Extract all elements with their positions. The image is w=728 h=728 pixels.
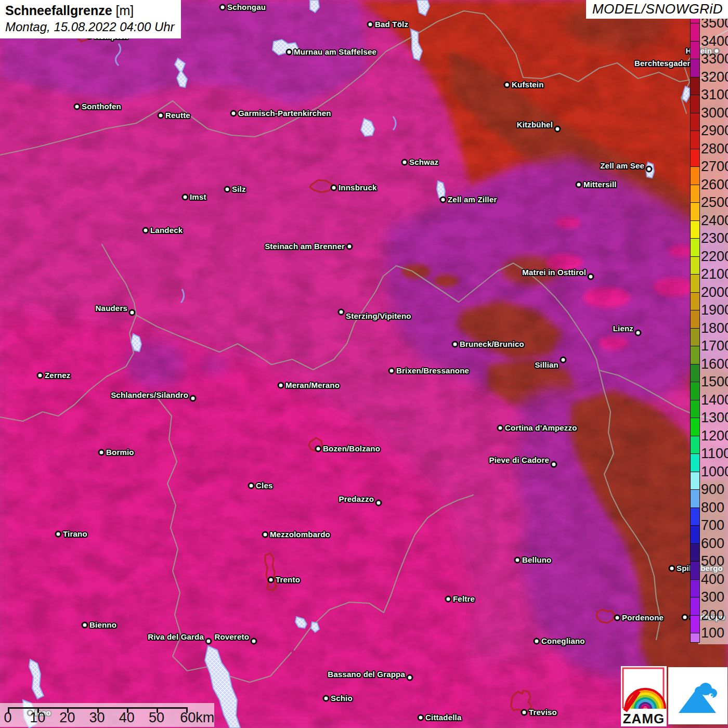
legend-cell <box>691 382 699 400</box>
legend-cell <box>691 418 699 436</box>
scale-bar-label: 60km <box>180 710 214 726</box>
city-dot <box>74 103 81 110</box>
model-label: MODEL/SNOWGRiD <box>586 0 728 19</box>
city-label: Treviso <box>529 708 557 717</box>
city-dot <box>367 21 374 28</box>
city-label: Rovereto <box>214 632 249 642</box>
scale-bar-label: 30 <box>89 710 105 726</box>
legend-cell <box>691 167 699 185</box>
city-label: Schio <box>331 694 353 703</box>
legend-tick-label: 1500 <box>701 374 728 389</box>
scale-bar-label: 10 <box>30 710 45 726</box>
legend-cell <box>691 490 699 508</box>
city-dot <box>98 449 105 456</box>
city-dot <box>551 461 557 468</box>
legend-bar <box>690 14 700 643</box>
legend-tick-label: 1700 <box>701 338 728 354</box>
city-dot <box>286 49 293 56</box>
legend-cell <box>691 131 699 149</box>
legend-tick-label: 2900 <box>701 123 728 138</box>
city-dot <box>588 274 594 280</box>
city-label: Pordenone <box>622 613 664 622</box>
city-label: Steinach am Brenner <box>265 242 345 251</box>
legend-cell <box>691 293 699 311</box>
city-layer: SchongauBad TölzKemptenMurnau am Staffel… <box>0 0 728 728</box>
legend-cell <box>691 310 699 329</box>
legend-cell <box>691 616 699 634</box>
city-dot <box>407 674 413 681</box>
legend-tick-label: 2400 <box>701 213 728 228</box>
legend-tick-label: 2300 <box>701 230 728 246</box>
legend-tick-label: 1300 <box>701 410 728 425</box>
city-label: Mezzolombardo <box>270 530 330 539</box>
title-text: Schneefallgrenze <box>5 3 112 18</box>
city-label: Garmisch-Partenkirchen <box>238 109 331 118</box>
city-label: Murnau am Staffelsee <box>294 47 376 57</box>
legend-cell <box>691 597 699 616</box>
city-dot <box>190 395 197 402</box>
city-dot <box>554 126 561 133</box>
snowfall-map-stage: SchongauBad TölzKemptenMurnau am Staffel… <box>0 0 728 728</box>
legend-cell <box>691 472 699 490</box>
city-label: Cortina d'Ampezzo <box>505 423 577 433</box>
city-dot <box>346 243 353 250</box>
city-label: Zell am See <box>600 161 644 171</box>
city-dot <box>82 622 88 629</box>
partner-logo <box>668 667 727 724</box>
title-unit: [m] <box>116 3 134 18</box>
zamg-logo-text: ZAMG <box>623 711 665 726</box>
city-dot <box>315 446 322 452</box>
legend-tick-label: 3300 <box>701 51 728 67</box>
city-label: Belluno <box>522 555 551 565</box>
city-label: Berchtesgaden <box>634 59 692 68</box>
scale-bar-label: 20 <box>59 710 75 726</box>
city-dot <box>560 357 567 363</box>
title-box: Schneefallgrenze [m] Montag, 15.08.2022 … <box>0 0 181 38</box>
city-dot <box>219 4 226 11</box>
city-dot <box>576 181 582 188</box>
legend-tick-label: 1400 <box>701 392 728 408</box>
legend-tick-label: 2700 <box>701 159 728 174</box>
city-dot <box>514 557 521 564</box>
city-label: Zernez <box>45 371 71 380</box>
city-dot <box>635 330 642 336</box>
legend-tick-label: 100 <box>701 625 728 641</box>
legend-tick-label: 1600 <box>701 356 728 372</box>
city-label: Sterzing/Vipiteno <box>346 311 411 321</box>
city-dot <box>669 565 675 572</box>
legend-cell <box>691 580 699 598</box>
city-label: Meran/Merano <box>285 381 340 390</box>
city-dot <box>646 166 653 173</box>
city-label: Riva del Garda <box>148 632 204 642</box>
city-label: Kitzbühel <box>517 120 553 129</box>
legend-tick-label: 700 <box>701 517 728 533</box>
city-dot <box>375 500 382 506</box>
legend-cell <box>691 239 699 257</box>
legend-tick-label: 3400 <box>701 33 728 49</box>
city-label: Reutte <box>165 111 190 120</box>
legend-tick-label: 2100 <box>701 266 728 282</box>
legend-cell <box>691 436 699 454</box>
city-dot <box>182 194 189 201</box>
city-label: Schongau <box>227 3 266 12</box>
legend-tick-label: 1100 <box>701 446 728 461</box>
city-dot <box>440 197 447 203</box>
legend-cell <box>691 149 699 167</box>
city-dot <box>129 309 136 316</box>
legend-cell <box>691 508 699 526</box>
city-label: Bruneck/Brunico <box>460 340 524 349</box>
city-label: Bormio <box>106 448 134 457</box>
city-label: Sonthofen <box>82 102 121 111</box>
city-dot <box>268 577 275 583</box>
legend-cell <box>691 346 699 365</box>
legend-tick-label: 3100 <box>701 87 728 102</box>
legend-tick-label: 2600 <box>701 177 728 192</box>
city-label: Schlanders/Silandro <box>111 391 188 400</box>
city-label: Landeck <box>150 226 183 235</box>
legend-tick-label: 800 <box>701 500 728 515</box>
scale-bar: 0102030405060km <box>0 703 214 727</box>
legend-cell <box>691 275 699 293</box>
zamg-rainbow-icon: ZAMG <box>621 666 667 726</box>
legend-cell <box>691 562 699 580</box>
city-label: Cles <box>256 481 273 490</box>
